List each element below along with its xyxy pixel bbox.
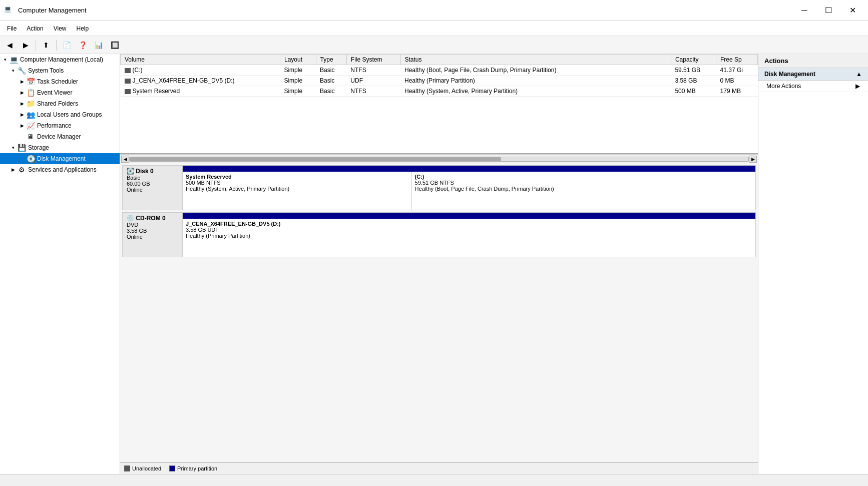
sidebar-item-local-users[interactable]: ▶ 👥 Local Users and Groups	[0, 109, 120, 120]
partition-block[interactable]: (C:) 59.51 GB NTFS Healthy (Boot, Page F…	[412, 172, 755, 210]
sidebar-item-device-manager[interactable]: ▶ 🖥 Device Manager	[0, 131, 120, 142]
up-button[interactable]: ⬆	[39, 38, 54, 52]
legend-primary-box	[169, 465, 175, 471]
cell-filesystem: UDF	[346, 76, 400, 86]
task-scheduler-icon: 📅	[26, 77, 35, 86]
system-tools-expand-icon[interactable]: ▾	[9, 67, 17, 75]
device-manager-label: Device Manager	[37, 133, 81, 140]
table-row[interactable]: J_CENA_X64FREE_EN-GB_DV5 (D:) Simple Bas…	[121, 76, 758, 86]
services-apps-expand-icon[interactable]: ▶	[9, 166, 17, 174]
main-layout: ▾ 💻 Computer Management (Local) ▾ 🔧 Syst…	[0, 54, 868, 474]
sidebar-item-system-tools[interactable]: ▾ 🔧 System Tools	[0, 65, 120, 76]
actions-item-more-actions[interactable]: More Actions ▶	[758, 81, 868, 92]
content-area: Volume Layout Type File System Status Ca…	[120, 54, 758, 474]
col-volume: Volume	[121, 55, 280, 65]
disk-info: 💿 CD-ROM 0 DVD 3.58 GB Online	[122, 212, 182, 257]
disk-parts-row: System Reserved 500 MB NTFS Healthy (Sys…	[183, 172, 755, 210]
cell-status: Healthy (Boot, Page File, Crash Dump, Pr…	[400, 65, 671, 76]
menu-help[interactable]: Help	[72, 23, 94, 34]
disk-view-area: 💽 Disk 0 Basic 60.00 GB Online System Re…	[120, 163, 758, 462]
cell-volume: (C:)	[121, 65, 280, 76]
close-button[interactable]: ✕	[841, 3, 864, 19]
root-label: Computer Management (Local)	[20, 56, 103, 63]
cell-freespace: 179 MB	[716, 86, 758, 97]
hscroll-right-btn[interactable]: ▶	[749, 156, 757, 163]
col-status: Status	[400, 55, 671, 65]
cell-layout: Simple	[280, 86, 316, 97]
cell-freespace: 41.37 Gi	[716, 65, 758, 76]
cell-layout: Simple	[280, 65, 316, 76]
actions-panel: Actions Disk Management ▲ More Actions ▶	[758, 54, 868, 474]
performance-expand-icon[interactable]: ▶	[18, 122, 26, 130]
services-apps-icon: ⚙	[17, 165, 26, 174]
menu-file[interactable]: File	[2, 23, 22, 34]
sidebar-item-task-scheduler[interactable]: ▶ 📅 Task Scheduler	[0, 76, 120, 87]
disk-info: 💽 Disk 0 Basic 60.00 GB Online	[122, 165, 182, 210]
cell-status: Healthy (Primary Partition)	[400, 76, 671, 86]
actions-section-collapse-icon[interactable]: ▲	[856, 71, 862, 78]
legend-unallocated: Unallocated	[124, 465, 161, 471]
partition-block[interactable]: System Reserved 500 MB NTFS Healthy (Sys…	[183, 172, 412, 210]
cell-status: Healthy (System, Active, Primary Partiti…	[400, 86, 671, 97]
menu-view[interactable]: View	[49, 23, 72, 34]
back-button[interactable]: ◀	[2, 38, 17, 52]
partition-name: J_CENA_X64FREE_EN-GB_DV5 (D:)	[186, 221, 638, 227]
local-users-label: Local Users and Groups	[37, 111, 102, 118]
partition-name: System Reserved	[186, 174, 408, 180]
export-button[interactable]: 📊	[91, 38, 106, 52]
sidebar-root[interactable]: ▾ 💻 Computer Management (Local)	[0, 54, 120, 65]
help-button[interactable]: ❓	[75, 38, 90, 52]
menu-action[interactable]: Action	[22, 23, 48, 34]
more-actions-label: More Actions	[766, 83, 801, 90]
actions-section-disk-management: Disk Management ▲	[758, 68, 868, 81]
cell-layout: Simple	[280, 76, 316, 86]
volume-table-area: Volume Layout Type File System Status Ca…	[120, 54, 758, 154]
sidebar-item-event-viewer[interactable]: ▶ 📋 Event Viewer	[0, 87, 120, 98]
sidebar-item-shared-folders[interactable]: ▶ 📁 Shared Folders	[0, 98, 120, 109]
partition-block[interactable]: J_CENA_X64FREE_EN-GB_DV5 (D:) 3.58 GB UD…	[183, 219, 641, 257]
col-capacity: Capacity	[671, 55, 716, 65]
actions-section-title: Disk Management	[764, 71, 815, 78]
cell-filesystem: NTFS	[346, 86, 400, 97]
cell-type: Basic	[316, 76, 346, 86]
actions-header: Actions	[758, 54, 868, 68]
event-viewer-expand-icon[interactable]: ▶	[18, 89, 26, 97]
forward-button[interactable]: ▶	[18, 38, 33, 52]
hscroll-thumb[interactable]	[130, 157, 501, 161]
root-expand-icon[interactable]: ▾	[1, 56, 9, 64]
event-viewer-label: Event Viewer	[37, 89, 72, 96]
shared-folders-expand-icon[interactable]: ▶	[18, 100, 26, 108]
shared-folders-icon: 📁	[26, 99, 35, 108]
partition-detail2: Healthy (System, Active, Primary Partiti…	[186, 186, 408, 192]
task-scheduler-expand-icon[interactable]: ▶	[18, 78, 26, 86]
local-users-expand-icon[interactable]: ▶	[18, 111, 26, 119]
minimize-button[interactable]: ─	[793, 3, 816, 19]
sidebar-item-disk-management[interactable]: ▶ 💽 Disk Management	[0, 153, 120, 164]
sidebar-item-performance[interactable]: ▶ 📈 Performance	[0, 120, 120, 131]
storage-label: Storage	[28, 144, 49, 151]
storage-expand-icon[interactable]: ▾	[9, 144, 17, 152]
menu-bar: File Action View Help	[0, 21, 868, 36]
task-scheduler-label: Task Scheduler	[37, 78, 78, 85]
sidebar-item-storage[interactable]: ▾ 💾 Storage	[0, 142, 120, 153]
disk-size-label: 3.58 GB	[127, 228, 178, 234]
window-controls: ─ ☐ ✕	[793, 3, 864, 19]
status-bar	[0, 474, 868, 486]
storage-icon: 💾	[17, 143, 26, 152]
hscroll-track[interactable]	[129, 157, 749, 162]
table-row[interactable]: (C:) Simple Basic NTFS Healthy (Boot, Pa…	[121, 65, 758, 76]
table-row[interactable]: System Reserved Simple Basic NTFS Health…	[121, 86, 758, 97]
disk-row: 💽 Disk 0 Basic 60.00 GB Online System Re…	[122, 165, 756, 210]
app-icon: 💻	[4, 6, 14, 16]
more-actions-arrow-icon: ▶	[855, 83, 860, 90]
restore-button[interactable]: ☐	[817, 3, 840, 19]
properties-button[interactable]: 🔲	[107, 38, 122, 52]
legend-primary-label: Primary partition	[177, 465, 217, 471]
legend-area: Unallocated Primary partition	[120, 462, 758, 474]
hscroll-left-btn[interactable]: ◀	[121, 156, 129, 163]
sidebar-item-services-apps[interactable]: ▶ ⚙ Services and Applications	[0, 164, 120, 175]
toolbar-separator-1	[36, 40, 36, 51]
performance-label: Performance	[37, 122, 72, 129]
cell-freespace: 0 MB	[716, 76, 758, 86]
show-hide-button[interactable]: 📄	[59, 38, 74, 52]
